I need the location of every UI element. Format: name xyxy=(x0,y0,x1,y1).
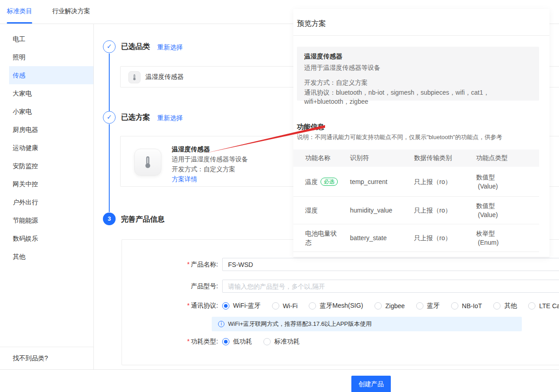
thermometer-icon xyxy=(128,71,141,83)
radio-low-power[interactable]: 低功耗 xyxy=(222,338,252,346)
selected-category-name: 温湿度传感器 xyxy=(146,73,184,81)
function-table-header: 功能名称 识别符 数据传输类别 功能点类型 xyxy=(293,150,539,167)
step2-check-icon: ✓ xyxy=(103,111,116,124)
function-info-title: 功能信息 xyxy=(297,123,324,131)
solution-card-text: 温湿度传感器 适用于温湿度传感器等设备 开发方式：自定义方案 方案详情 xyxy=(172,144,248,184)
radio-icon xyxy=(528,302,535,310)
protocol-tip-text: WiFi+蓝牙联网方式，推荐搭配3.17.6以上APP版本使用 xyxy=(228,320,372,328)
power-radio-group: 低功耗 标准功耗 xyxy=(222,338,300,346)
radio-nb-iot[interactable]: NB-IoT xyxy=(451,302,482,310)
required-badge: 必选 xyxy=(321,178,338,186)
summary-protocols: 通讯协议：bluetooth，nb-iot，sigmesh，subpieces，… xyxy=(304,88,532,106)
dp-identifier: battery_state xyxy=(350,229,414,247)
thermometer-icon xyxy=(134,149,161,176)
radio-icon xyxy=(374,302,382,310)
summary-desc: 适用于温湿度传感器等设备 xyxy=(304,64,532,72)
required-mark: * xyxy=(187,261,190,268)
step3-title: 完善产品信息 xyxy=(121,215,165,224)
dp-transfer-type: 只上报（ro） xyxy=(414,201,476,219)
radio-ble-mesh-sig[interactable]: 蓝牙Mesh(SIG) xyxy=(309,302,363,310)
step-connector xyxy=(109,124,110,212)
power-type-label: *功耗类型: xyxy=(122,338,218,346)
radio-wifi-ble[interactable]: WiFi-蓝牙 xyxy=(222,302,261,310)
radio-wifi[interactable]: Wi-Fi xyxy=(272,302,298,310)
protocol-label: *通讯协议: xyxy=(122,302,218,310)
radio-zigbee[interactable]: Zigbee xyxy=(374,302,405,310)
radio-icon xyxy=(493,302,501,310)
step3-number: 3 xyxy=(103,213,116,225)
preview-solution-panel: 预览方案 温湿度传感器 适用于温湿度传感器等设备 开发方式：自定义方案 通讯协议… xyxy=(293,9,549,257)
radio-icon xyxy=(272,302,279,310)
solution-name: 温湿度传感器 xyxy=(172,144,248,154)
solution-summary-box: 温湿度传感器 适用于温湿度传感器等设备 开发方式：自定义方案 通讯协议：blue… xyxy=(297,47,539,101)
product-name-input[interactable] xyxy=(222,258,559,271)
summary-dev-mode: 开发方式：自定义方案 xyxy=(304,78,532,87)
bottom-action-bar: 创建产品 xyxy=(0,369,559,392)
product-model-input[interactable] xyxy=(222,280,559,293)
table-row-humidity: 湿度 humidity_value 只上报（ro） 数值型 (Value) xyxy=(293,197,539,224)
radio-lte-cat1[interactable]: LTE Cat.1 xyxy=(528,302,559,310)
radio-selected-icon xyxy=(222,338,229,345)
dp-name: 温度 xyxy=(305,177,318,186)
protocol-tip-banner: i WiFi+蓝牙联网方式，推荐搭配3.17.6以上APP版本使用 xyxy=(212,317,522,331)
step2-title: 已选方案 xyxy=(121,113,150,122)
function-info-note: 说明：不同通讯能力可能支持功能点不同，仅展示"bluetooth"的功能点，供参… xyxy=(297,133,502,141)
preview-panel-title: 预览方案 xyxy=(297,19,326,29)
step2-reselect-link[interactable]: 重新选择 xyxy=(157,114,183,122)
radio-standard-power[interactable]: 标准功耗 xyxy=(263,338,300,346)
dp-type: 数值型 (Value) xyxy=(476,168,539,195)
summary-name: 温湿度传感器 xyxy=(304,53,532,61)
radio-icon xyxy=(416,302,423,310)
dp-type: 数值型 (Value) xyxy=(476,197,539,224)
required-mark: * xyxy=(187,338,190,345)
product-name-label: *产品名称: xyxy=(122,261,218,269)
panel-divider xyxy=(293,35,549,36)
required-mark: * xyxy=(187,302,190,309)
dp-name: 电池电量状态 xyxy=(305,229,338,247)
product-model-label: 产品型号: xyxy=(122,282,218,290)
table-row-temperature: 温度 必选 temp_current 只上报（ro） 数值型 (Value) xyxy=(293,167,539,197)
radio-selected-icon xyxy=(222,302,229,310)
radio-other[interactable]: 其他 xyxy=(493,302,517,310)
info-icon: i xyxy=(218,321,224,327)
protocol-radio-group: WiFi-蓝牙 Wi-Fi 蓝牙Mesh(SIG) Zigbee 蓝牙 NB-I… xyxy=(222,302,559,310)
dp-transfer-type: 只上报（ro） xyxy=(414,229,476,247)
solution-desc: 适用于温湿度传感器等设备 xyxy=(172,154,248,164)
table-row-battery-state: 电池电量状态 battery_state 只上报（ro） 枚举型 (Enum) xyxy=(293,224,539,252)
solution-detail-link[interactable]: 方案详情 xyxy=(172,174,197,184)
dp-identifier: temp_current xyxy=(350,173,414,191)
dp-identifier: humidity_value xyxy=(350,201,414,219)
create-product-button[interactable]: 创建产品 xyxy=(351,376,391,392)
dp-type: 枚举型 (Enum) xyxy=(476,224,539,252)
dp-transfer-type: 只上报（ro） xyxy=(414,173,476,191)
page: 标准类目 行业解决方案 电工 照明 传感 大家电 小家电 厨房电器 运动健康 安… xyxy=(0,0,559,392)
step1-title: 已选品类 xyxy=(121,42,150,52)
radio-icon xyxy=(309,302,316,310)
radio-icon xyxy=(263,338,271,345)
dp-name: 湿度 xyxy=(305,206,318,215)
step-connector xyxy=(109,53,110,111)
step1-check-icon: ✓ xyxy=(103,40,116,53)
radio-icon xyxy=(451,302,458,310)
solution-dev-mode: 开发方式：自定义方案 xyxy=(172,164,248,174)
radio-bluetooth[interactable]: 蓝牙 xyxy=(416,302,440,310)
function-table: 功能名称 识别符 数据传输类别 功能点类型 温度 必选 temp_current… xyxy=(293,150,539,252)
step1-reselect-link[interactable]: 重新选择 xyxy=(157,44,183,52)
product-info-form: *产品名称: 产品型号: *通讯协议: WiFi-蓝牙 Wi-Fi 蓝牙Mesh… xyxy=(122,239,559,365)
